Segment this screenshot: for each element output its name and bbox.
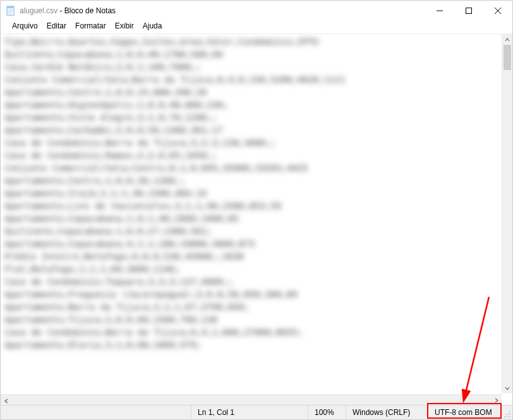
app-name: - Bloco de Notas bbox=[57, 6, 116, 15]
resize-grip-icon[interactable] bbox=[502, 405, 512, 419]
menu-formatar[interactable]: Formatar bbox=[71, 20, 110, 32]
status-position: Ln 1, Col 1 bbox=[191, 405, 308, 419]
svg-point-14 bbox=[507, 414, 508, 415]
scroll-left-icon[interactable] bbox=[1, 396, 11, 405]
titlebar-left: aluguel.csv - Bloco de Notas bbox=[6, 6, 116, 16]
status-zoom: 100% bbox=[308, 405, 346, 419]
status-encoding: UTF-8 com BOM bbox=[428, 405, 502, 419]
editor-area[interactable]: Tipo;Bairro;Quartos;Vagas;Suites;Area;Va… bbox=[1, 33, 512, 405]
menubar: Arquivo Editar Formatar Exibir Ajuda bbox=[1, 21, 512, 33]
scroll-up-icon[interactable] bbox=[502, 34, 512, 45]
vertical-scroll-thumb[interactable] bbox=[504, 45, 511, 70]
vertical-scrollbar[interactable] bbox=[502, 34, 512, 393]
svg-point-15 bbox=[504, 416, 505, 417]
notepad-window: aluguel.csv - Bloco de Notas Arquivo Edi… bbox=[0, 0, 513, 420]
svg-point-12 bbox=[507, 416, 508, 417]
window-controls bbox=[425, 1, 512, 21]
menu-ajuda[interactable]: Ajuda bbox=[139, 20, 166, 32]
svg-rect-1 bbox=[7, 6, 14, 8]
horizontal-scrollbar[interactable] bbox=[1, 394, 502, 405]
svg-point-13 bbox=[509, 411, 510, 412]
maximize-button[interactable] bbox=[454, 1, 483, 21]
menu-editar[interactable]: Editar bbox=[43, 20, 70, 32]
notepad-icon bbox=[6, 6, 16, 16]
minimize-button[interactable] bbox=[425, 1, 454, 21]
close-button[interactable] bbox=[483, 1, 512, 21]
status-line-ending: Windows (CRLF) bbox=[346, 405, 428, 419]
menu-arquivo[interactable]: Arquivo bbox=[8, 20, 42, 32]
window-title: aluguel.csv - Bloco de Notas bbox=[20, 6, 116, 15]
svg-point-11 bbox=[509, 414, 510, 415]
editor-text-content[interactable]: Tipo;Bairro;Quartos;Vagas;Suites;Area;Va… bbox=[4, 35, 496, 351]
scroll-right-icon[interactable] bbox=[491, 395, 502, 405]
svg-point-10 bbox=[509, 416, 510, 417]
statusbar: Ln 1, Col 1 100% Windows (CRLF) UTF-8 co… bbox=[1, 405, 512, 419]
filename: aluguel.csv bbox=[20, 6, 57, 15]
status-spacer bbox=[1, 405, 191, 419]
svg-rect-7 bbox=[466, 8, 472, 14]
menu-exibir[interactable]: Exibir bbox=[111, 20, 138, 32]
scroll-down-icon[interactable] bbox=[502, 383, 512, 393]
titlebar[interactable]: aluguel.csv - Bloco de Notas bbox=[1, 1, 512, 21]
